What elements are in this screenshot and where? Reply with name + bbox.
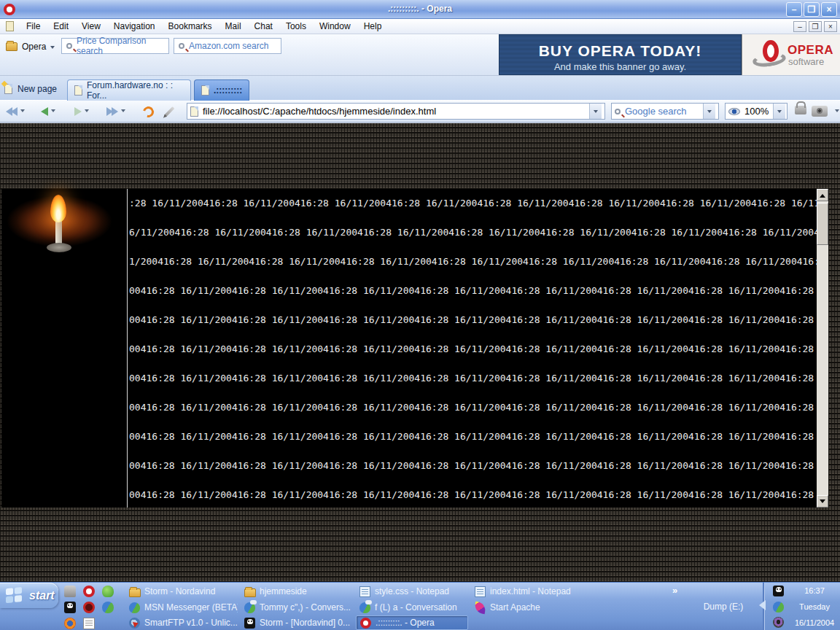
taskbar-button-label: Storm - [Nordavind] 0... [260, 618, 350, 628]
bookmarks-folder-label: Opera [22, 42, 46, 52]
address-input[interactable]: file://localhost/C:/apache/htdocs/hjemme… [187, 103, 605, 120]
timestamp-line: 00416:28 16/11/200416:28 16/11/200416:28… [129, 364, 817, 393]
candle-image [4, 190, 124, 257]
tray-msn-icon[interactable] [773, 602, 784, 612]
tab-active-index[interactable]: .::::::::: [194, 79, 249, 101]
zoom-dropdown-button[interactable] [773, 104, 785, 119]
msn-chat-icon [359, 602, 370, 613]
menu-window[interactable]: Window [313, 19, 357, 34]
tab-forum-hardware[interactable]: Forum.hardware.no : : For... [67, 79, 191, 101]
feather-icon [474, 601, 486, 613]
candle-stick [55, 219, 62, 244]
opera-icon [360, 618, 371, 629]
taskbar-button-label: Storm - Nordavind [144, 586, 215, 596]
chevron-down-icon [51, 109, 55, 114]
mdi-restore-button[interactable]: ❐ [809, 21, 822, 32]
chevron-down-icon [777, 110, 782, 115]
lock-icon[interactable] [795, 106, 806, 114]
tab-label: .::::::::: [214, 85, 242, 96]
quicklaunch-firefox-icon[interactable] [64, 618, 76, 629]
taskbar-button-opera-active[interactable]: .:::::::::. - Opera [356, 615, 468, 630]
rewind-button[interactable] [6, 104, 25, 120]
timestamp-line: 00416:28 16/11/200416:28 16/11/200416:28… [129, 306, 817, 335]
menu-mail[interactable]: Mail [219, 19, 248, 34]
menu-help[interactable]: Help [357, 19, 389, 34]
taskbar-button-hjemmeside[interactable]: hjemmeside [241, 584, 353, 599]
windows-flag-icon [6, 586, 23, 604]
price-comparison-search-input[interactable]: Price Comparison search [61, 38, 169, 54]
mdi-close-button[interactable]: × [824, 21, 837, 32]
taskbar-button-f-l-a-conversation[interactable]: f (L) a - Conversation [356, 600, 468, 615]
address-url: file://localhost/C:/apache/htdocs/hjemme… [203, 106, 436, 117]
menu-bookmarks[interactable]: Bookmarks [162, 19, 219, 34]
mdi-minimize-button[interactable]: – [793, 21, 806, 32]
chevron-down-icon[interactable] [835, 109, 839, 114]
quicklaunch-opera-icon[interactable] [83, 586, 95, 597]
fast-forward-button[interactable] [106, 104, 125, 120]
taskbar-button-msn-messenger[interactable]: MSN Messenger (BETA) [125, 600, 238, 615]
taskbar-overflow-chevron[interactable]: » [672, 585, 677, 596]
address-dropdown-button[interactable] [589, 104, 602, 119]
bookmarks-folder-button[interactable]: Opera [6, 39, 55, 55]
forward-button[interactable] [74, 104, 89, 120]
scrollbar-thumb[interactable] [817, 203, 828, 245]
taskbar-button-storm-mirc[interactable]: Storm - [Nordavind] 0... [241, 615, 353, 630]
taskbar-button-label: Start Apache [490, 602, 540, 612]
timestamp-line: 00416:28 16/11/200416:28 16/11/200416:28… [129, 481, 817, 508]
scroll-up-button[interactable] [817, 189, 828, 201]
search-engine-dropdown-button[interactable] [703, 104, 715, 119]
tray-webcam-icon[interactable] [773, 617, 784, 628]
banner-subtitle: And make this banner go away. [499, 61, 741, 72]
quicklaunch-msn-icon[interactable] [102, 602, 114, 613]
taskbar-button-indexhtml-notepad[interactable]: index.html - Notepad [471, 584, 583, 599]
taskbar-button-smartftp[interactable]: SmartFTP v1.0 - Unlic... [125, 615, 238, 630]
timestamp-line: 00416:28 16/11/200416:28 16/11/200416:28… [129, 422, 817, 451]
menu-navigation[interactable]: Navigation [107, 19, 162, 34]
taskbar-button-storm-nordavind[interactable]: Storm - Nordavind [125, 584, 238, 599]
menu-tools[interactable]: Tools [279, 19, 313, 34]
taskbar-button-start-apache[interactable]: Start Apache [471, 600, 583, 615]
taskbar-button-label: .:::::::::. - Opera [376, 618, 435, 628]
quicklaunch-green-app-icon[interactable] [102, 586, 114, 597]
menu-chat[interactable]: Chat [248, 19, 279, 34]
window-title: .:::::::::. - Opera [0, 4, 840, 14]
scroll-down-button[interactable] [817, 495, 828, 508]
amazon-search-input[interactable]: Amazon.com search [174, 38, 281, 54]
quicklaunch-vehicle-icon[interactable] [64, 586, 76, 597]
taskbar-button-tommy-conversation[interactable]: Tommy c",) - Convers... [241, 600, 353, 615]
taskbar-button-stylecss-notepad[interactable]: style.css - Notepad [356, 584, 468, 599]
quicklaunch-notepad-icon[interactable] [83, 618, 95, 629]
quicklaunch-red-app-icon[interactable] [83, 602, 95, 613]
new-page-button[interactable]: New page [4, 80, 57, 98]
minimize-button[interactable]: – [786, 2, 802, 17]
web-page-content: :28 16/11/200416:28 16/11/200416:28 16/1… [1, 189, 828, 508]
pencil-icon [164, 106, 175, 117]
folder-icon [6, 42, 18, 51]
google-search-input[interactable]: Google search [611, 103, 719, 120]
opera-o-icon [763, 40, 779, 62]
vertical-scrollbar[interactable] [817, 189, 828, 508]
close-button[interactable]: × [821, 2, 837, 17]
opera-software-logo: OPERA software [742, 34, 840, 75]
msn-chat-icon [244, 602, 255, 613]
zoom-value: 100% [744, 106, 769, 117]
taskbar-button-label: style.css - Notepad [375, 586, 449, 596]
quicklaunch-skull-icon[interactable] [64, 602, 76, 613]
menu-edit[interactable]: Edit [47, 19, 75, 34]
reload-button[interactable] [143, 104, 154, 120]
buy-opera-banner[interactable]: BUY OPERA TODAY! And make this banner go… [499, 34, 742, 75]
tray-skull-icon[interactable] [773, 586, 784, 596]
back-button[interactable] [41, 104, 55, 120]
edit-page-button[interactable] [168, 104, 171, 120]
menu-view[interactable]: View [75, 19, 107, 34]
start-label: start [29, 589, 55, 602]
zoom-control[interactable]: 100% [725, 103, 788, 120]
restore-button[interactable]: ❐ [804, 2, 820, 17]
menu-file[interactable]: File [20, 19, 47, 34]
timestamp-line: 00416:28 16/11/200416:28 16/11/200416:28… [129, 276, 817, 306]
start-button[interactable]: start [0, 583, 58, 608]
camera-icon[interactable] [812, 106, 828, 117]
mdi-workspace: :28 16/11/200416:28 16/11/200416:28 16/1… [0, 122, 840, 582]
chevron-down-icon [50, 46, 55, 51]
tray-collapse-arrow-icon[interactable] [754, 600, 766, 610]
